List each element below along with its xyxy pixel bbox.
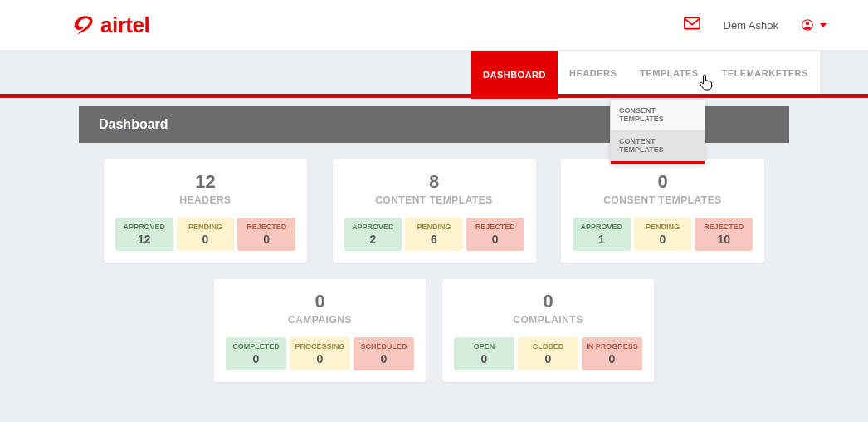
stat-value: 12	[117, 233, 172, 246]
stat-value: 0	[227, 352, 285, 366]
card-count: 0	[226, 291, 414, 312]
stat-value: 0	[636, 233, 690, 246]
card-label: CAMPAIGNS	[226, 314, 414, 326]
card-count: 8	[344, 171, 524, 193]
stat-scheduled: SCHEDULED 0	[354, 337, 414, 370]
stat-label: COMPLETED	[227, 342, 285, 351]
card-count: 0	[454, 291, 642, 312]
card-campaigns[interactable]: 0 CAMPAIGNS COMPLETED 0 PROCESSING 0 SCH…	[214, 279, 426, 382]
stat-label: IN PROGRESS	[583, 342, 641, 351]
stat-closed: CLOSED 0	[518, 337, 578, 370]
stat-value: 0	[583, 352, 641, 366]
nav-headers[interactable]: HEADERS	[558, 51, 628, 96]
card-label: COMPLAINTS	[454, 314, 642, 326]
stat-value: 6	[407, 233, 461, 246]
stat-rejected: REJECTED 0	[237, 218, 295, 251]
topbar-right: Dem Ashok	[684, 17, 827, 33]
user-name[interactable]: Dem Ashok	[724, 19, 778, 32]
stat-row: APPROVED 12 PENDING 0 REJECTED 0	[115, 218, 295, 251]
stat-pending: PENDING 0	[634, 218, 692, 251]
card-complaints[interactable]: 0 COMPLAINTS OPEN 0 CLOSED 0 IN PROGRESS…	[442, 279, 654, 382]
stat-value: 10	[696, 233, 751, 246]
card-label: HEADERS	[115, 194, 295, 206]
page: Dashboard 12 HEADERS APPROVED 12 PENDING…	[0, 106, 868, 407]
cards-area: 12 HEADERS APPROVED 12 PENDING 0 REJECTE…	[79, 143, 789, 407]
dropdown-label: CONSENT TEMPLATES	[619, 106, 664, 123]
dropdown-label: CONTENT TEMPLATES	[619, 137, 664, 154]
cards-row-1: 12 HEADERS APPROVED 12 PENDING 0 REJECTE…	[104, 159, 764, 263]
stat-label: PENDING	[178, 223, 233, 231]
navbar: DASHBOARD HEADERS TEMPLATES TELEMARKETER…	[0, 50, 868, 98]
dropdown-content-templates[interactable]: CONTENT TEMPLATES	[611, 130, 705, 161]
card-count: 12	[115, 171, 295, 193]
stat-value: 0	[519, 352, 577, 366]
stat-approved: APPROVED 12	[115, 218, 173, 251]
stat-label: REJECTED	[468, 223, 523, 231]
nav-label: DASHBOARD	[483, 70, 546, 80]
stat-pending: PENDING 6	[405, 218, 463, 251]
nav-label: HEADERS	[569, 68, 617, 78]
stat-value: 0	[456, 352, 513, 366]
stat-row: APPROVED 1 PENDING 0 REJECTED 10	[573, 218, 753, 251]
stat-row: COMPLETED 0 PROCESSING 0 SCHEDULED 0	[226, 337, 414, 370]
stat-label: REJECTED	[696, 223, 751, 231]
stat-label: APPROVED	[117, 223, 172, 231]
stat-label: PENDING	[407, 223, 461, 231]
stat-rejected: REJECTED 0	[466, 218, 524, 251]
svg-point-2	[806, 22, 809, 25]
nav-dashboard[interactable]: DASHBOARD	[471, 51, 558, 99]
stat-label: CLOSED	[519, 342, 577, 351]
mail-icon[interactable]	[684, 17, 700, 33]
stat-value: 0	[291, 352, 349, 366]
nav-label: TEMPLATES	[640, 68, 698, 78]
stat-row: OPEN 0 CLOSED 0 IN PROGRESS 0	[454, 337, 642, 370]
stat-pending: PENDING 0	[177, 218, 235, 251]
card-consent-templates[interactable]: 0 CONSENT TEMPLATES APPROVED 1 PENDING 0…	[561, 159, 764, 263]
stat-row: APPROVED 2 PENDING 6 REJECTED 0	[344, 218, 524, 251]
stat-processing: PROCESSING 0	[290, 337, 350, 370]
stat-value: 2	[346, 233, 401, 246]
stat-value: 1	[574, 233, 629, 246]
stat-value: 0	[239, 233, 294, 246]
nav-telemarketers[interactable]: TELEMARKETERS	[710, 51, 820, 96]
nav-templates[interactable]: TEMPLATES	[628, 51, 710, 96]
stat-label: APPROVED	[346, 223, 401, 231]
stat-label: PROCESSING	[291, 342, 349, 351]
stat-value: 0	[178, 233, 233, 246]
card-label: CONTENT TEMPLATES	[344, 194, 524, 206]
stat-approved: APPROVED 2	[344, 218, 402, 251]
topbar: airtel Dem Ashok	[0, 0, 868, 50]
chevron-down-icon	[820, 23, 827, 27]
stat-value: 0	[355, 352, 412, 366]
stat-label: REJECTED	[239, 223, 294, 231]
card-headers[interactable]: 12 HEADERS APPROVED 12 PENDING 0 REJECTE…	[104, 159, 307, 263]
stat-completed: COMPLETED 0	[226, 337, 286, 370]
nav-underline	[0, 94, 868, 98]
stat-rejected: REJECTED 10	[695, 218, 753, 251]
stat-value: 0	[468, 233, 523, 246]
stat-approved: APPROVED 1	[573, 218, 631, 251]
svg-rect-0	[684, 17, 699, 28]
stat-inprogress: IN PROGRESS 0	[582, 337, 642, 370]
cursor-hand-icon	[699, 73, 715, 95]
stat-label: OPEN	[456, 342, 513, 351]
stat-label: PENDING	[636, 223, 690, 231]
stat-label: SCHEDULED	[355, 342, 412, 351]
stat-open: OPEN 0	[454, 337, 514, 370]
user-avatar-dropdown[interactable]	[802, 19, 827, 31]
brand-name: airtel	[100, 12, 149, 38]
card-count: 0	[573, 171, 753, 193]
nav-label: TELEMARKETERS	[722, 68, 808, 78]
stat-label: APPROVED	[574, 223, 629, 231]
card-content-templates[interactable]: 8 CONTENT TEMPLATES APPROVED 2 PENDING 6…	[333, 159, 536, 263]
templates-dropdown: CONSENT TEMPLATES CONTENT TEMPLATES	[610, 99, 705, 164]
user-icon	[802, 19, 813, 31]
airtel-logo-icon	[71, 12, 95, 37]
cards-row-2: 0 CAMPAIGNS COMPLETED 0 PROCESSING 0 SCH…	[104, 279, 764, 382]
brand-logo[interactable]: airtel	[71, 12, 149, 38]
card-label: CONSENT TEMPLATES	[573, 194, 753, 206]
dropdown-consent-templates[interactable]: CONSENT TEMPLATES	[611, 100, 705, 130]
dropdown-underline	[611, 161, 705, 164]
